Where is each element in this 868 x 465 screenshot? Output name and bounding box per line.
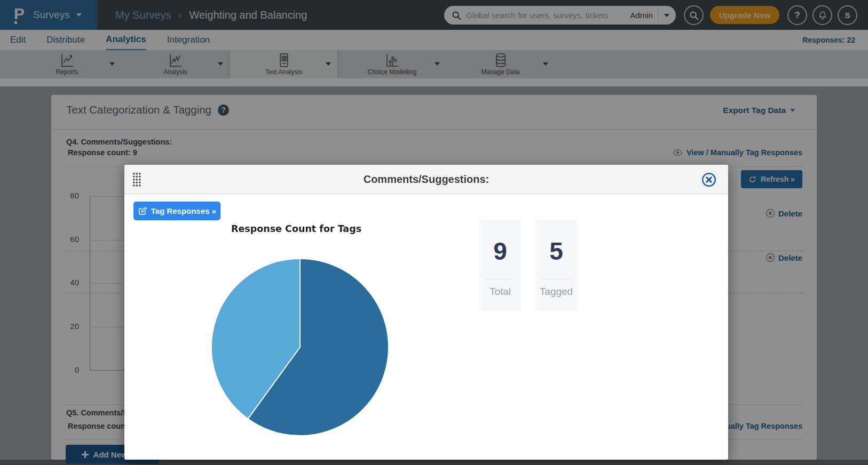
close-button[interactable] bbox=[701, 172, 716, 187]
total-value: 9 bbox=[493, 239, 507, 263]
close-icon bbox=[701, 172, 716, 187]
dialog-title: Comments/Suggestions: bbox=[124, 165, 728, 194]
divider bbox=[541, 279, 572, 279]
edit-icon bbox=[138, 206, 147, 215]
total-label: Total bbox=[490, 286, 511, 298]
tagged-value: 5 bbox=[549, 239, 563, 263]
divider bbox=[485, 279, 516, 279]
stat-total: 9 Total bbox=[479, 220, 521, 311]
pie-chart bbox=[210, 257, 390, 437]
pie-chart-title: Response Count for Tags bbox=[190, 223, 403, 234]
stat-tagged: 5 Tagged bbox=[535, 220, 577, 311]
tagged-label: Tagged bbox=[540, 286, 573, 298]
drag-handle-icon[interactable] bbox=[132, 172, 141, 187]
tag-responses-button[interactable]: Tag Responses » bbox=[133, 202, 220, 220]
comments-suggestions-dialog: Comments/Suggestions: Tag Responses » Re… bbox=[124, 165, 728, 460]
dialog-header: Comments/Suggestions: bbox=[124, 165, 728, 194]
